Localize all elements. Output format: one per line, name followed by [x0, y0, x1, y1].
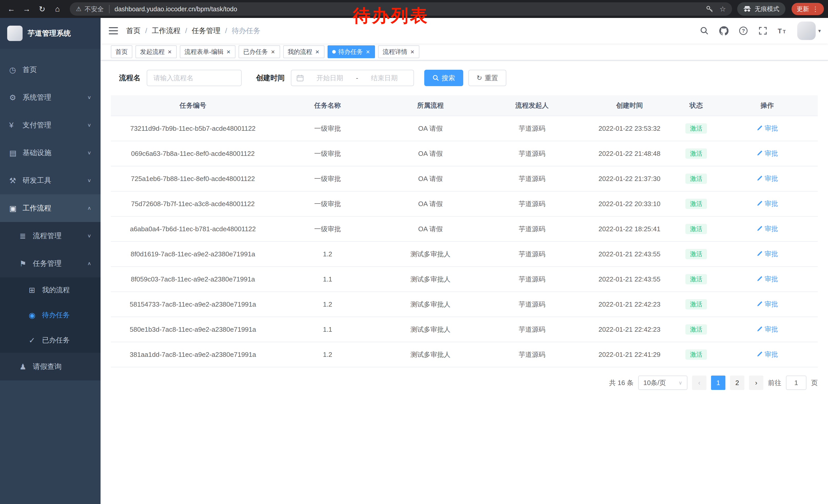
- sidebar-item-workflow[interactable]: ▣ 工作流程 ∧: [0, 194, 100, 222]
- cell-task-id: 73211d9d-7b9b-11ec-b5b7-acde48001122: [111, 116, 275, 141]
- page-size-select[interactable]: 10条/页 ∨: [638, 375, 688, 390]
- status-badge: 激活: [686, 350, 707, 360]
- breadcrumb-item[interactable]: 工作流程: [152, 26, 180, 36]
- sidebar-item-done-tasks[interactable]: ✓ 已办任务: [0, 328, 100, 353]
- page-button-1[interactable]: 1: [711, 375, 726, 390]
- sidebar: 芋道管理系统 ◷ 首页 ⚙ 系统管理 ∨ ¥ 支付管理 ∨ ▤ 基础设施 ∨: [0, 18, 100, 504]
- cell-task-id: 381aa1dd-7ac8-11ec-a9e2-a2380e71991a: [111, 342, 275, 367]
- font-size-icon[interactable]: T T: [773, 18, 792, 44]
- cell-initiator: 芋道源码: [481, 292, 583, 317]
- end-date-placeholder[interactable]: 结束日期: [360, 74, 408, 83]
- process-name-input[interactable]: [147, 70, 242, 86]
- goto-page-input[interactable]: [786, 375, 806, 390]
- cell-initiator: 芋道源码: [481, 317, 583, 342]
- sidebar-item-devtools[interactable]: ⚒ 研发工具 ∨: [0, 167, 100, 194]
- page-content: 流程名 创建时间 开始日期 - 结束日期: [100, 60, 828, 504]
- cell-status: 激活: [676, 141, 717, 166]
- fullscreen-icon[interactable]: [753, 18, 773, 44]
- sidebar-item-todo-tasks[interactable]: ◉ 待办任务: [0, 303, 100, 328]
- reset-button[interactable]: ↻ 重置: [468, 70, 506, 86]
- tab-home[interactable]: 首页: [111, 45, 132, 58]
- tab-start-process[interactable]: 发起流程 ×: [135, 45, 177, 58]
- date-range-picker[interactable]: 开始日期 - 结束日期: [291, 70, 414, 86]
- sidebar-item-system[interactable]: ⚙ 系统管理 ∨: [0, 84, 100, 111]
- close-icon[interactable]: ×: [410, 48, 415, 55]
- password-key-icon[interactable]: [706, 5, 713, 13]
- sidebar-collapse-icon[interactable]: [100, 27, 126, 35]
- next-page-button[interactable]: ›: [749, 375, 763, 390]
- browser-reload-button[interactable]: ↻: [35, 2, 49, 16]
- approve-link[interactable]: 审批: [756, 174, 778, 183]
- approve-label: 审批: [764, 275, 778, 283]
- cell-created: 2022-01-22 18:25:41: [583, 216, 676, 241]
- cell-task-name: 一级审批: [275, 116, 380, 141]
- bookmark-star-icon[interactable]: ☆: [719, 5, 726, 13]
- browser-update-button[interactable]: 更新 ⋮: [792, 3, 824, 15]
- sidebar-item-home[interactable]: ◷ 首页: [0, 56, 100, 84]
- close-icon[interactable]: ×: [315, 48, 320, 55]
- sidebar-item-label: 工作流程: [23, 203, 51, 213]
- sidebar-item-label: 待办任务: [42, 311, 70, 320]
- github-icon[interactable]: [714, 18, 734, 44]
- approve-link[interactable]: 审批: [756, 300, 778, 309]
- browser-menu-icon[interactable]: ⋮: [812, 5, 819, 13]
- browser-forward-button[interactable]: →: [19, 2, 34, 16]
- cell-status: 激活: [676, 267, 717, 292]
- tab-my-processes[interactable]: 我的流程 ×: [283, 45, 325, 58]
- user-avatar[interactable]: [797, 21, 816, 40]
- cell-task-id: 725a1eb6-7b88-11ec-8ef0-acde48001122: [111, 166, 275, 191]
- sidebar-item-task-management[interactable]: ⚑ 任务管理 ∧: [0, 250, 100, 277]
- chevron-down-icon: ∨: [678, 380, 682, 386]
- approve-link[interactable]: 审批: [756, 149, 778, 158]
- approve-link[interactable]: 审批: [756, 249, 778, 259]
- sidebar-item-my-processes[interactable]: ⊞ 我的流程: [0, 277, 100, 303]
- close-icon[interactable]: ×: [271, 48, 275, 55]
- cell-initiator: 芋道源码: [481, 166, 583, 191]
- close-icon[interactable]: ×: [167, 48, 172, 55]
- tab-done-tasks[interactable]: 已办任务 ×: [239, 45, 280, 58]
- help-icon[interactable]: ?: [734, 18, 753, 44]
- edit-icon: [756, 276, 762, 282]
- chat-icon: ⊞: [29, 286, 42, 294]
- app-title: 芋道管理系统: [28, 29, 71, 38]
- approve-link[interactable]: 审批: [756, 224, 778, 233]
- sidebar-item-leave-query[interactable]: ♟ 请假查询: [0, 353, 100, 380]
- breadcrumb-item[interactable]: 任务管理: [192, 26, 220, 36]
- breadcrumb-item[interactable]: 首页: [126, 26, 140, 36]
- sidebar-item-process-management[interactable]: ≣ 流程管理 ∨: [0, 222, 100, 250]
- tab-todo-tasks[interactable]: 待办任务 ×: [328, 45, 375, 58]
- cell-process: OA 请假: [380, 166, 481, 191]
- approve-link[interactable]: 审批: [756, 199, 778, 208]
- cell-initiator: 芋道源码: [481, 241, 583, 267]
- tab-process-detail[interactable]: 流程详情 ×: [378, 45, 419, 58]
- approve-link[interactable]: 审批: [756, 275, 778, 283]
- col-created: 创建时间: [583, 95, 676, 116]
- table-row: 8f0d1619-7ac8-11ec-a9e2-a2380e71991a 1.2…: [111, 241, 818, 267]
- browser-back-button[interactable]: ←: [4, 2, 18, 16]
- sidebar-item-infrastructure[interactable]: ▤ 基础设施 ∨: [0, 139, 100, 167]
- close-icon[interactable]: ×: [366, 48, 370, 55]
- approve-link[interactable]: 审批: [756, 124, 778, 133]
- close-icon[interactable]: ×: [226, 48, 231, 55]
- start-date-placeholder[interactable]: 开始日期: [306, 74, 354, 83]
- yen-icon: ¥: [9, 121, 23, 130]
- status-badge: 激活: [686, 148, 707, 159]
- security-chip[interactable]: ⚠ 不安全: [76, 5, 110, 13]
- edit-icon: [756, 150, 762, 156]
- search-icon[interactable]: [695, 18, 714, 44]
- tab-process-form-edit[interactable]: 流程表单-编辑 ×: [180, 45, 236, 58]
- status-badge: 激活: [686, 249, 707, 259]
- cell-task-name: 1.1: [275, 317, 380, 342]
- dashboard-icon: ◷: [9, 65, 23, 74]
- avatar-caret-icon[interactable]: ▾: [818, 28, 821, 34]
- approve-link[interactable]: 审批: [756, 350, 778, 359]
- approve-link[interactable]: 审批: [756, 325, 778, 334]
- browser-home-button[interactable]: ⌂: [50, 2, 65, 16]
- search-button[interactable]: 搜索: [424, 70, 463, 86]
- tab-label: 我的流程: [288, 48, 313, 56]
- tab-label: 首页: [115, 48, 128, 56]
- app-logo-row[interactable]: 芋道管理系统: [0, 18, 100, 49]
- prev-page-button[interactable]: ‹: [692, 375, 706, 390]
- page-button-2[interactable]: 2: [730, 375, 744, 390]
- sidebar-item-payment[interactable]: ¥ 支付管理 ∨: [0, 111, 100, 139]
